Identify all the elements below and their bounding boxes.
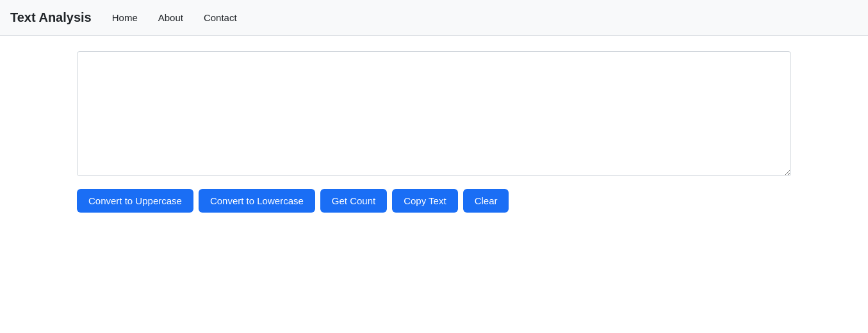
nav-link-contact[interactable]: Contact [199, 10, 242, 26]
nav-link-home[interactable]: Home [107, 10, 143, 26]
text-input[interactable] [77, 51, 791, 176]
nav-brand: Text Analysis [10, 10, 92, 25]
convert-lowercase-button[interactable]: Convert to Lowercase [199, 189, 315, 213]
nav-item-about[interactable]: About [153, 12, 188, 24]
textarea-wrapper: Convert to Uppercase Convert to Lowercas… [77, 51, 791, 213]
main-content: Convert to Uppercase Convert to Lowercas… [0, 36, 868, 333]
clear-button[interactable]: Clear [463, 189, 509, 213]
nav-item-contact[interactable]: Contact [199, 12, 242, 24]
navbar: Text Analysis Home About Contact [0, 0, 868, 36]
convert-uppercase-button[interactable]: Convert to Uppercase [77, 189, 193, 213]
nav-link-about[interactable]: About [153, 10, 188, 26]
get-count-button[interactable]: Get Count [320, 189, 387, 213]
nav-item-home[interactable]: Home [107, 12, 143, 24]
nav-links: Home About Contact [107, 12, 242, 24]
button-row: Convert to Uppercase Convert to Lowercas… [77, 189, 791, 213]
copy-text-button[interactable]: Copy Text [392, 189, 457, 213]
